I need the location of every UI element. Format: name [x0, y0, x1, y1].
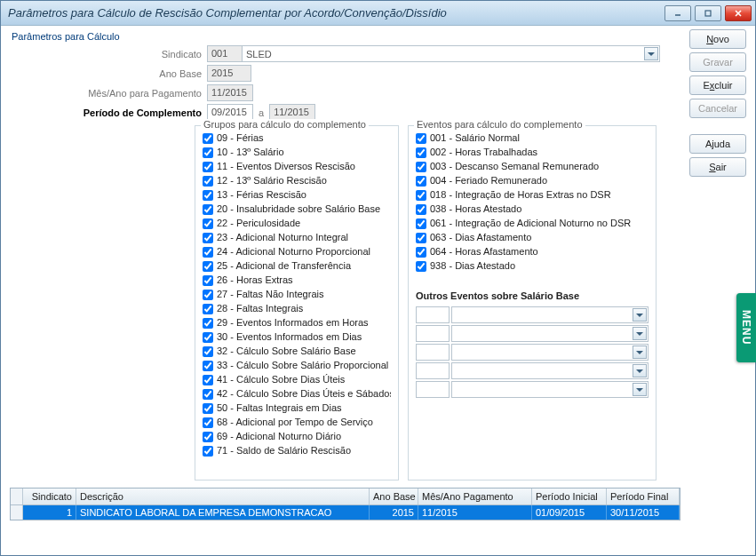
mes-ano-pag-input[interactable]: 11/2015: [207, 84, 253, 101]
excluir-button[interactable]: Excluir: [689, 75, 746, 95]
grupos-checkbox[interactable]: [203, 133, 213, 144]
eventos-item[interactable]: 064 - Horas Afastamento: [416, 245, 649, 258]
ano-base-input[interactable]: 2015: [207, 65, 251, 82]
grupos-item[interactable]: 30 - Eventos Informados em Dias: [203, 330, 391, 344]
outros-code-input[interactable]: [416, 381, 450, 398]
eventos-item[interactable]: 002 - Horas Trabalhadas: [416, 146, 649, 159]
chevron-down-icon[interactable]: [633, 364, 647, 377]
outros-dropdown[interactable]: [451, 362, 649, 379]
eventos-item[interactable]: 001 - Salário Normal: [416, 131, 649, 145]
grupos-item[interactable]: 22 - Periculosidade: [203, 217, 391, 230]
sindicato-code-input[interactable]: 001: [207, 45, 243, 62]
grupos-checkbox[interactable]: [203, 204, 213, 215]
grupos-item[interactable]: 68 - Adicional por Tempo de Serviço: [203, 416, 391, 429]
eventos-item[interactable]: 038 - Horas Atestado: [416, 203, 649, 216]
outros-code-input[interactable]: [416, 306, 450, 323]
eventos-item[interactable]: 061 - Integração de Adicional Noturno no…: [416, 217, 649, 230]
chevron-down-icon[interactable]: [633, 308, 647, 322]
grupos-checkbox[interactable]: [203, 361, 213, 371]
grupos-checkbox[interactable]: [203, 190, 213, 201]
grupos-checkbox[interactable]: [203, 233, 213, 243]
grid-row-selector-header[interactable]: [11, 488, 23, 504]
eventos-checkbox[interactable]: [416, 204, 426, 215]
col-header-sindicato[interactable]: Sindicato: [23, 488, 76, 504]
grupos-checkbox[interactable]: [203, 247, 213, 258]
chevron-down-icon[interactable]: [633, 383, 647, 396]
grupos-item[interactable]: 32 - Cálculo Sobre Salário Base: [203, 345, 391, 358]
grupos-checkbox[interactable]: [203, 162, 213, 172]
eventos-checkbox[interactable]: [416, 133, 426, 144]
eventos-item[interactable]: 004 - Feriado Remunerado: [416, 174, 649, 187]
grupos-item[interactable]: 24 - Adicional Noturno Proporcional: [203, 245, 391, 258]
eventos-item[interactable]: 018 - Integração de Horas Extras no DSR: [416, 188, 649, 202]
grupos-checkbox[interactable]: [203, 318, 213, 329]
grupos-item[interactable]: 10 - 13º Salário: [203, 146, 391, 159]
titlebar[interactable]: Parâmetros para Cálculo de Rescisão Comp…: [1, 1, 755, 26]
maximize-button[interactable]: [695, 5, 721, 21]
outros-code-input[interactable]: [416, 362, 450, 379]
grupos-checkbox[interactable]: [203, 417, 213, 428]
grupos-checkbox[interactable]: [203, 176, 213, 187]
grupos-item[interactable]: 26 - Horas Extras: [203, 274, 391, 287]
eventos-checkbox[interactable]: [416, 147, 426, 158]
sindicato-dropdown[interactable]: SLED: [243, 45, 660, 62]
table-row[interactable]: 1 SINDICATO LABORAL DA EMPRESA DEMONSTRA…: [11, 505, 680, 520]
grupos-item[interactable]: 13 - Férias Rescisão: [203, 188, 391, 202]
grupos-item[interactable]: 28 - Faltas Integrais: [203, 302, 391, 315]
ajuda-button[interactable]: Ajuda: [689, 134, 746, 154]
grupos-item[interactable]: 25 - Adicional de Transferência: [203, 259, 391, 273]
chevron-down-icon[interactable]: [644, 47, 658, 60]
grupos-checkbox[interactable]: [203, 403, 213, 414]
grupos-item[interactable]: 11 - Eventos Diversos Rescisão: [203, 160, 391, 173]
grupos-item[interactable]: 23 - Adicional Noturno Integral: [203, 231, 391, 244]
grupos-item[interactable]: 09 - Férias: [203, 131, 391, 145]
grupos-checkbox[interactable]: [203, 332, 213, 343]
grupos-checkbox[interactable]: [203, 375, 213, 385]
close-button[interactable]: [725, 5, 752, 21]
outros-dropdown[interactable]: [451, 381, 649, 398]
outros-dropdown[interactable]: [451, 325, 649, 342]
outros-dropdown[interactable]: [451, 306, 649, 323]
grupos-checkbox[interactable]: [203, 304, 213, 314]
col-header-ano-base[interactable]: Ano Base: [370, 488, 418, 504]
col-header-mes-ano-pag[interactable]: Mês/Ano Pagamento: [418, 488, 532, 504]
eventos-item[interactable]: 003 - Descanso Semanal Remunerado: [416, 160, 649, 173]
grupos-checkbox[interactable]: [203, 147, 213, 158]
gravar-button[interactable]: Gravar: [689, 52, 746, 72]
grupos-item[interactable]: 41 - Cálculo Sobre Dias Úteis: [203, 373, 391, 386]
sair-button[interactable]: Sair: [689, 157, 746, 177]
grupos-checkbox[interactable]: [203, 275, 213, 286]
eventos-checkbox[interactable]: [416, 261, 426, 272]
grupos-item[interactable]: 29 - Eventos Informados em Horas: [203, 316, 391, 330]
col-header-descricao[interactable]: Descrição: [76, 488, 370, 504]
grupos-item[interactable]: 50 - Faltas Integrais em Dias: [203, 401, 391, 415]
grupos-item[interactable]: 20 - Insalubridade sobre Salário Base: [203, 203, 391, 216]
eventos-checkbox[interactable]: [416, 176, 426, 187]
outros-dropdown[interactable]: [451, 344, 649, 361]
chevron-down-icon[interactable]: [633, 327, 647, 340]
grupos-item[interactable]: 71 - Saldo de Salário Rescisão: [203, 444, 391, 457]
eventos-checkbox[interactable]: [416, 190, 426, 201]
eventos-checkbox[interactable]: [416, 218, 426, 229]
grupos-item[interactable]: 12 - 13º Salário Rescisão: [203, 174, 391, 187]
eventos-checkbox[interactable]: [416, 233, 426, 243]
cancelar-button[interactable]: Cancelar: [689, 99, 746, 118]
grupos-checkbox[interactable]: [203, 261, 213, 272]
grupos-checkbox[interactable]: [203, 432, 213, 442]
grupos-item[interactable]: 33 - Cálculo Sobre Salário Proporcional: [203, 359, 391, 372]
grupos-checkbox[interactable]: [203, 346, 213, 357]
grupos-checkbox[interactable]: [203, 218, 213, 229]
col-header-periodo-fim[interactable]: Período Final: [607, 488, 680, 504]
eventos-checkbox[interactable]: [416, 162, 426, 172]
outros-code-input[interactable]: [416, 325, 450, 342]
eventos-item[interactable]: 063 - Dias Afastamento: [416, 231, 649, 244]
grupos-item[interactable]: 27 - Faltas Não Integrais: [203, 288, 391, 301]
novo-button[interactable]: Novo: [689, 29, 746, 49]
grupos-checkbox[interactable]: [203, 389, 213, 400]
menu-tab[interactable]: MENU: [736, 293, 756, 362]
grupos-item[interactable]: 42 - Cálculo Sobre Dias Úteis e Sábados: [203, 387, 391, 401]
eventos-checkbox[interactable]: [416, 247, 426, 258]
minimize-button[interactable]: [664, 5, 691, 21]
chevron-down-icon[interactable]: [633, 346, 647, 359]
grid-row-selector[interactable]: [11, 505, 23, 520]
